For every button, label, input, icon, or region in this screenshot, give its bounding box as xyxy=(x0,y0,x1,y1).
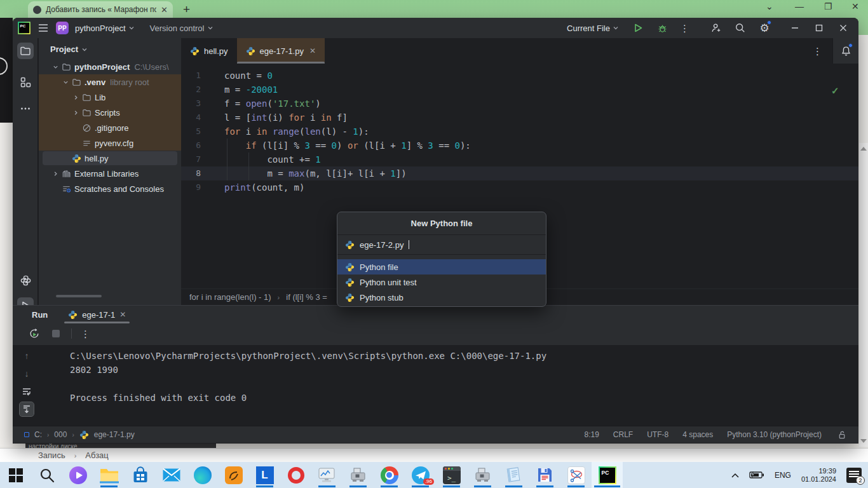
taskbar-snipping-icon[interactable] xyxy=(560,462,592,488)
tray-chevron-icon[interactable] xyxy=(731,473,739,478)
taskbar-edge-icon[interactable] xyxy=(187,462,218,488)
tree-item--gitignore[interactable]: .gitignore xyxy=(39,120,181,135)
taskbar-terminal-icon[interactable]: >_ xyxy=(436,462,467,488)
statusbar-crumb-file[interactable]: ege-17-1.py xyxy=(94,430,135,439)
browser-user-menu-icon[interactable]: ⌄ xyxy=(766,1,773,11)
console-down-icon[interactable]: ↓ xyxy=(20,367,34,381)
window-close-button[interactable] xyxy=(837,22,850,34)
tree-chevron-icon[interactable] xyxy=(60,79,71,86)
rerun-button[interactable] xyxy=(28,327,41,340)
run-console[interactable]: ↑ ↓ C:\Users\Lenovo\PycharmProjects\pyth… xyxy=(13,345,858,426)
tree-chevron-icon[interactable] xyxy=(50,64,60,71)
word-breadcrumb-paragraph[interactable]: Абзац xyxy=(85,451,108,460)
inspections-ok-checkmark-icon[interactable]: ✓ xyxy=(831,85,839,97)
browser-tab[interactable]: Добавить запись « Марафон по ✕ xyxy=(28,1,173,18)
clock-widget[interactable]: 19:39 01.01.2024 xyxy=(801,467,836,484)
taskbar-search-icon[interactable] xyxy=(31,462,62,488)
code-with-me-icon[interactable] xyxy=(710,22,722,34)
main-menu-burger-icon[interactable] xyxy=(37,22,50,34)
indent-widget[interactable]: 4 spaces xyxy=(682,430,713,439)
dialog-option-python-unit-test[interactable]: Python unit test xyxy=(337,274,546,290)
taskbar-telegram-icon[interactable]: .96 xyxy=(405,462,436,488)
browser-new-tab-button[interactable]: + xyxy=(183,3,190,17)
filename-input[interactable]: ege-17-2.py xyxy=(337,235,546,255)
browser-minimize-button[interactable]: — xyxy=(795,1,804,11)
tree-item-external-libraries[interactable]: External Libraries xyxy=(39,166,181,181)
editor-tab-ege-17-1[interactable]: ege-17-1.py ✕ xyxy=(237,38,325,64)
tool-strip-structure-icon[interactable] xyxy=(17,74,34,90)
tool-strip-more-tools-icon[interactable] xyxy=(17,100,34,117)
tree-chevron-icon[interactable] xyxy=(50,170,60,177)
search-everywhere-icon[interactable] xyxy=(734,22,747,34)
code-line-7[interactable]: 7 count += 1 xyxy=(181,152,858,166)
breadcrumb-context-2[interactable]: if (l[i] % 3 = xyxy=(286,292,327,302)
tree-chevron-icon[interactable] xyxy=(71,94,81,101)
scroll-up-icon[interactable] xyxy=(860,147,867,151)
tree-item-pythonproject[interactable]: pythonProjectC:\Users\ xyxy=(39,59,181,74)
soft-wrap-icon[interactable] xyxy=(20,384,34,398)
statusbar-crumb-drive[interactable]: C: xyxy=(34,430,42,439)
code-line-9[interactable]: 9print(count, m) xyxy=(181,180,858,194)
window-maximize-button[interactable] xyxy=(813,22,825,34)
code-line-2[interactable]: 2m = -20001 xyxy=(181,83,858,97)
browser-close-button[interactable]: ✕ xyxy=(851,1,859,11)
notifications-corner[interactable] xyxy=(832,38,858,64)
project-panel-header[interactable]: Project xyxy=(39,38,181,59)
editor-options-kebab-icon[interactable]: ⋮ xyxy=(803,46,832,56)
code-line-4[interactable]: 4l = [int(i) for i in f] xyxy=(181,111,858,125)
taskbar-floppy-app-icon[interactable] xyxy=(529,462,560,488)
run-tab-ege-17-1[interactable]: ege-17-1 ✕ xyxy=(64,306,130,323)
code-line-5[interactable]: 5for i in range(len(l) - 1): xyxy=(181,125,858,139)
tab-close-icon[interactable]: ✕ xyxy=(309,46,316,55)
taskbar-opera-icon[interactable] xyxy=(280,462,311,488)
tree-item-scratches-and-consoles[interactable]: Scratches and Consoles xyxy=(39,181,181,196)
code-line-8[interactable]: 8 m = max(m, l[i]+ l[i + 1]) xyxy=(181,166,858,180)
tree-item-lib[interactable]: Lib xyxy=(39,90,181,105)
run-tab-close-icon[interactable]: ✕ xyxy=(119,310,126,319)
taskbar-explorer-icon[interactable] xyxy=(93,462,125,488)
battery-icon[interactable] xyxy=(749,471,764,479)
dialog-option-python-stub[interactable]: Python stub xyxy=(337,290,546,305)
readonly-lock-icon[interactable] xyxy=(836,428,848,441)
settings-gear-icon[interactable]: ⚙ xyxy=(758,22,771,34)
word-breadcrumb-record[interactable]: Запись xyxy=(38,451,65,460)
project-name-menu[interactable]: pythonProject xyxy=(75,24,135,33)
dialog-option-python-file[interactable]: Python file xyxy=(337,259,546,274)
tree-item-scripts[interactable]: Scripts xyxy=(39,105,181,120)
tree-chevron-icon[interactable] xyxy=(71,109,81,116)
taskbar-pycharm-icon[interactable]: PC xyxy=(592,462,623,488)
tree-item-hell-py[interactable]: hell.py xyxy=(39,151,181,166)
taskbar-mail-icon[interactable] xyxy=(156,462,187,488)
tool-strip-project-folder-icon[interactable] xyxy=(17,43,34,59)
run-options-kebab-icon[interactable]: ⋮ xyxy=(81,329,90,339)
pycharm-logo-icon[interactable]: PC xyxy=(18,22,31,34)
taskbar-orange-app-icon[interactable] xyxy=(218,462,249,488)
version-control-menu[interactable]: Version control xyxy=(150,24,214,33)
scroll-down-icon[interactable] xyxy=(860,439,867,443)
tree-item-pyvenv-cfg[interactable]: pyvenv.cfg xyxy=(39,135,181,151)
scroll-to-end-icon[interactable] xyxy=(20,402,34,416)
code-line-6[interactable]: 6 if (l[i] % 3 == 0) or (l[i + 1] % 3 ==… xyxy=(181,139,858,152)
code-line-3[interactable]: 3f = open('17.txt') xyxy=(181,97,858,111)
taskbar-machine-app-icon[interactable] xyxy=(342,462,374,488)
taskbar-machine-app-2-icon[interactable] xyxy=(467,462,498,488)
taskbar-store-icon[interactable] xyxy=(125,462,156,488)
keyboard-language-indicator[interactable]: ENG xyxy=(775,471,791,480)
taskbar-start-icon[interactable] xyxy=(0,462,31,488)
line-separator-widget[interactable]: CRLF xyxy=(613,430,633,439)
taskbar-system-monitor-icon[interactable] xyxy=(311,462,342,488)
taskbar-l-app-icon[interactable]: L xyxy=(249,462,280,488)
console-up-icon[interactable]: ↑ xyxy=(20,349,34,363)
browser-restore-button[interactable]: ❐ xyxy=(824,1,832,11)
tree-item--venv[interactable]: .venvlibrary root xyxy=(39,74,181,90)
taskbar-notepad-icon[interactable] xyxy=(498,462,529,488)
interpreter-widget[interactable]: Python 3.10 (pythonProject) xyxy=(727,430,822,439)
background-scrollbar[interactable] xyxy=(859,143,868,447)
notification-center-icon[interactable]: 2 xyxy=(846,468,862,483)
project-avatar-badge[interactable]: PP xyxy=(56,22,69,34)
encoding-widget[interactable]: UTF-8 xyxy=(647,430,668,439)
editor-tab-hellpy[interactable]: hell.py xyxy=(181,38,237,64)
notifications-bell-icon[interactable] xyxy=(839,44,852,57)
run-configuration-selector[interactable]: Current File xyxy=(567,24,619,33)
more-actions-kebab-icon[interactable]: ⋮ xyxy=(680,24,689,33)
